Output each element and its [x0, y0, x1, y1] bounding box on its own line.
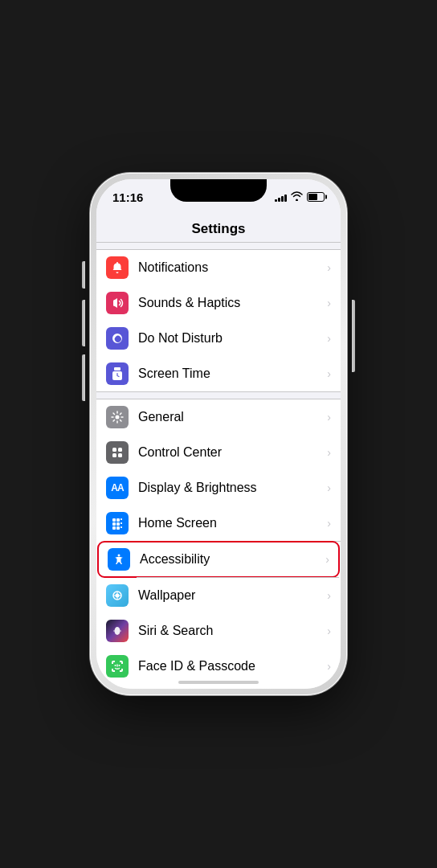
svg-point-24 — [119, 665, 120, 666]
control-center-label: Control Center — [138, 445, 327, 460]
battery-fill — [308, 194, 317, 200]
notch — [170, 179, 267, 202]
sidebar-item-emergency-sos[interactable]: SOS Emergency SOS › — [96, 684, 341, 689]
do-not-disturb-icon — [106, 327, 129, 350]
svg-rect-10 — [116, 522, 120, 526]
sidebar-item-do-not-disturb[interactable]: Do Not Disturb › — [96, 321, 341, 356]
sidebar-item-control-center[interactable]: Control Center › — [96, 435, 341, 470]
display-brightness-icon: AA — [106, 477, 129, 499]
home-bar — [178, 681, 259, 684]
general-icon — [106, 406, 129, 428]
siri-search-label: Siri & Search — [138, 624, 327, 638]
home-screen-chevron: › — [327, 517, 331, 530]
svg-rect-8 — [116, 518, 120, 522]
face-id-chevron: › — [327, 660, 331, 673]
sounds-chevron: › — [327, 297, 331, 309]
display-brightness-label: Display & Brightness — [138, 481, 327, 495]
wifi-icon — [291, 191, 303, 203]
home-screen-icon — [106, 512, 129, 534]
notifications-icon — [106, 256, 129, 279]
sidebar-item-general[interactable]: General › — [96, 399, 341, 435]
do-not-disturb-chevron: › — [327, 332, 331, 345]
general-chevron: › — [327, 411, 331, 424]
settings-header: Settings — [96, 215, 341, 243]
accessibility-label: Accessibility — [140, 552, 325, 567]
wallpaper-chevron: › — [327, 589, 331, 602]
phone-screen: 11:16 — [96, 179, 341, 689]
svg-point-23 — [115, 665, 116, 666]
svg-rect-11 — [112, 526, 116, 530]
svg-rect-14 — [120, 522, 122, 524]
notifications-chevron: › — [327, 261, 331, 274]
phone-frame: 11:16 — [90, 173, 347, 695]
screen-time-label: Screen Time — [138, 366, 327, 381]
screen-time-chevron: › — [327, 367, 331, 380]
svg-rect-12 — [116, 526, 120, 530]
svg-rect-13 — [120, 518, 122, 520]
sidebar-item-accessibility[interactable]: Accessibility › — [98, 542, 339, 577]
svg-rect-7 — [112, 518, 116, 522]
face-id-icon — [106, 655, 129, 678]
svg-rect-5 — [112, 453, 116, 457]
siri-icon — [106, 620, 129, 642]
power-button — [352, 300, 355, 372]
home-screen-label: Home Screen — [138, 516, 327, 530]
svg-rect-15 — [120, 526, 122, 528]
control-center-icon — [106, 441, 129, 464]
screen-time-icon — [106, 362, 129, 385]
volume-up-button — [82, 300, 85, 346]
settings-group-2: General › Control Center › — [96, 399, 341, 689]
status-icons — [275, 191, 325, 203]
svg-point-2 — [116, 416, 120, 420]
do-not-disturb-label: Do Not Disturb — [138, 331, 327, 346]
control-center-chevron: › — [327, 446, 331, 459]
sidebar-item-screen-time[interactable]: Screen Time › — [96, 356, 341, 391]
sidebar-item-siri-search[interactable]: Siri & Search › — [96, 613, 341, 649]
sidebar-item-sounds[interactable]: Sounds & Haptics › — [96, 285, 341, 321]
accessibility-icon — [108, 548, 130, 571]
face-id-label: Face ID & Passcode — [138, 659, 327, 674]
sounds-icon — [106, 292, 129, 314]
svg-point-16 — [118, 555, 120, 557]
signal-icon — [275, 192, 287, 202]
sounds-label: Sounds & Haptics — [138, 296, 327, 310]
sidebar-item-home-screen[interactable]: Home Screen › — [96, 506, 341, 541]
accessibility-chevron: › — [325, 553, 329, 566]
status-time: 11:16 — [112, 190, 143, 204]
mute-button — [82, 261, 85, 289]
svg-rect-4 — [118, 448, 122, 452]
svg-rect-3 — [112, 448, 116, 452]
volume-down-button — [82, 354, 85, 401]
svg-rect-6 — [118, 453, 122, 457]
notifications-label: Notifications — [138, 260, 327, 275]
sidebar-item-wallpaper[interactable]: Wallpaper › — [96, 578, 341, 613]
sidebar-item-notifications[interactable]: Notifications › — [96, 250, 341, 285]
wallpaper-label: Wallpaper — [138, 588, 327, 603]
wallpaper-icon — [106, 584, 129, 607]
sidebar-item-display-brightness[interactable]: AA Display & Brightness › — [96, 470, 341, 506]
sidebar-item-face-id[interactable]: Face ID & Passcode › — [96, 649, 341, 684]
display-brightness-chevron: › — [327, 481, 331, 494]
battery-status-icon — [307, 192, 325, 202]
svg-rect-0 — [114, 367, 120, 371]
siri-search-chevron: › — [327, 624, 331, 637]
status-bar: 11:16 — [96, 179, 341, 215]
svg-rect-9 — [112, 522, 116, 526]
general-label: General — [138, 410, 327, 424]
page-title: Settings — [191, 221, 245, 236]
settings-screen[interactable]: Settings Notifications › — [96, 215, 341, 689]
settings-group-1: Notifications › Sounds & Haptics › — [96, 249, 341, 392]
